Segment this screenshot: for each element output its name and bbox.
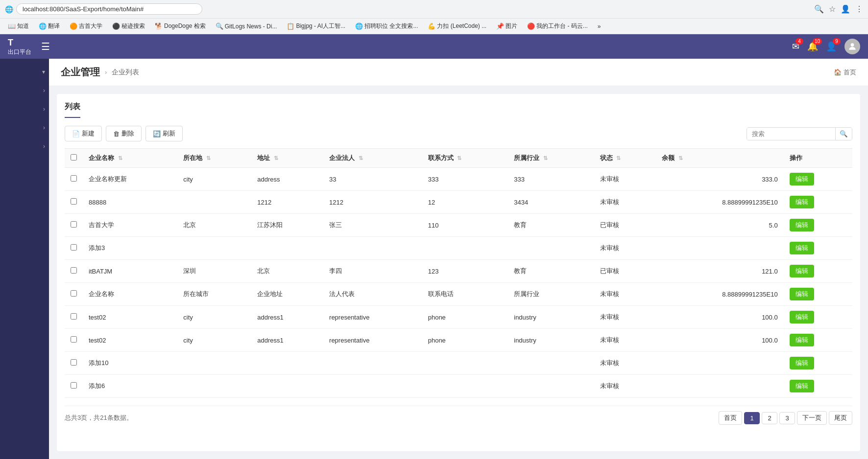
bookmark-label: DogeDoge 检索 bbox=[164, 22, 206, 30]
bookmark-doge[interactable]: 🐕 DogeDoge 检索 bbox=[152, 21, 209, 31]
table-header-row: 企业名称 ⇅ 所在地 ⇅ 地址 ⇅ bbox=[65, 149, 852, 168]
cell-city: 北京 bbox=[177, 214, 251, 237]
sort-icon[interactable]: ⇅ bbox=[359, 155, 363, 161]
delete-button[interactable]: 🗑 删除 bbox=[106, 126, 142, 141]
row-checkbox[interactable] bbox=[71, 313, 77, 320]
edit-button[interactable]: 编辑 bbox=[790, 311, 814, 323]
sidebar-item-2[interactable]: › bbox=[0, 81, 49, 100]
sort-icon[interactable]: ⇅ bbox=[616, 155, 621, 161]
bookmark-recruit[interactable]: 🌐 招聘职位 全文搜索... bbox=[352, 21, 421, 31]
page-2-button[interactable]: 2 bbox=[762, 412, 777, 424]
next-page-button[interactable]: 下一页 bbox=[797, 411, 827, 425]
cell-balance: 121.0 bbox=[656, 260, 784, 283]
bookmark-gitee[interactable]: 🔴 我的工作台 - 码云... bbox=[524, 21, 591, 31]
new-label: 新建 bbox=[82, 129, 95, 138]
bookmark-leetcode[interactable]: 💪 力扣 (LeetCode) ... bbox=[425, 21, 489, 31]
bookmark-more[interactable]: » bbox=[595, 22, 604, 31]
cell-city: 深圳 bbox=[177, 260, 251, 283]
cell-legal: 33 bbox=[323, 168, 422, 191]
bookmark-zhidao[interactable]: 📖 知道 bbox=[5, 21, 32, 31]
cell-legal: 张三 bbox=[323, 214, 422, 237]
chevron-right-icon: › bbox=[43, 87, 45, 94]
row-checkbox[interactable] bbox=[71, 175, 77, 182]
browser-icons: 🔍 ☆ 👤 ⋮ bbox=[814, 4, 863, 14]
sidebar-item-4[interactable]: › bbox=[0, 118, 49, 137]
bookmark-miji[interactable]: ⚫ 秘迹搜索 bbox=[109, 21, 148, 31]
url-text: localhost:8080/SaaS-Export/home/toMain# bbox=[23, 5, 144, 13]
mail-badge: 4 bbox=[796, 38, 803, 45]
search-button[interactable]: 🔍 bbox=[835, 128, 852, 140]
bookmark-bigjpg[interactable]: 📋 Bigjpg - AI人工智... bbox=[284, 21, 348, 31]
cell-legal: 法人代表 bbox=[323, 283, 422, 306]
hamburger-icon[interactable]: ☰ bbox=[41, 41, 50, 52]
edit-button[interactable]: 编辑 bbox=[790, 380, 814, 392]
menu-icon[interactable]: ⋮ bbox=[855, 4, 863, 14]
sort-icon[interactable]: ⇅ bbox=[678, 155, 683, 161]
panel-title: 列表 bbox=[65, 102, 80, 118]
search-input[interactable] bbox=[747, 128, 835, 140]
edit-button[interactable]: 编辑 bbox=[790, 288, 814, 300]
row-checkbox[interactable] bbox=[71, 267, 77, 274]
new-button[interactable]: 📄 新建 bbox=[65, 126, 102, 141]
cell-action: 编辑 bbox=[784, 260, 852, 283]
sort-icon[interactable]: ⇅ bbox=[118, 155, 122, 161]
toolbar-left: 📄 新建 🗑 删除 🔄 刷新 bbox=[65, 126, 183, 141]
last-page-button[interactable]: 尾页 bbox=[829, 411, 852, 425]
mail-button[interactable]: ✉ 4 bbox=[792, 41, 799, 52]
row-checkbox[interactable] bbox=[71, 198, 77, 205]
select-all-checkbox[interactable] bbox=[71, 154, 77, 161]
table-row: 企业名称 所在城市 企业地址 法人代表 联系电话 所属行业 未审核 8.8889… bbox=[65, 283, 852, 306]
sort-icon[interactable]: ⇅ bbox=[457, 155, 461, 161]
row-checkbox[interactable] bbox=[71, 336, 77, 343]
cell-name: 吉首大学 bbox=[83, 214, 177, 237]
sort-icon[interactable]: ⇅ bbox=[543, 155, 548, 161]
col-header-city: 所在地 ⇅ bbox=[177, 149, 251, 168]
svg-point-0 bbox=[851, 43, 854, 46]
home-link[interactable]: 🏠 首页 bbox=[834, 68, 856, 77]
user-button[interactable]: 👤 9 bbox=[826, 41, 837, 52]
refresh-button[interactable]: 🔄 刷新 bbox=[145, 126, 183, 141]
page-1-button[interactable]: 1 bbox=[744, 412, 760, 424]
cell-city bbox=[177, 191, 251, 214]
first-page-button[interactable]: 首页 bbox=[719, 411, 742, 425]
url-bar[interactable]: localhost:8080/SaaS-Export/home/toMain# bbox=[16, 3, 202, 15]
sort-icon[interactable]: ⇅ bbox=[274, 155, 278, 161]
edit-button[interactable]: 编辑 bbox=[790, 357, 814, 369]
sidebar-item-1[interactable]: ▾ bbox=[0, 63, 49, 81]
chevron-right-icon: › bbox=[43, 143, 45, 150]
page-3-button[interactable]: 3 bbox=[779, 412, 795, 424]
bookmark-translate[interactable]: 🌐 翻译 bbox=[36, 21, 63, 31]
edit-button[interactable]: 编辑 bbox=[790, 219, 814, 231]
row-checkbox[interactable] bbox=[71, 244, 77, 251]
bookmark-label: 图片 bbox=[506, 22, 517, 30]
cell-name: 企业名称 bbox=[83, 283, 177, 306]
edit-button[interactable]: 编辑 bbox=[790, 334, 814, 346]
table-row: 添加3 未审核 编辑 bbox=[65, 237, 852, 260]
sidebar-item-5[interactable]: › bbox=[0, 137, 49, 156]
row-checkbox[interactable] bbox=[71, 221, 77, 228]
bookmark-jishou[interactable]: 🟠 吉首大学 bbox=[67, 21, 105, 31]
sort-icon[interactable]: ⇅ bbox=[206, 155, 211, 161]
account-icon[interactable]: 👤 bbox=[841, 4, 850, 14]
edit-button[interactable]: 编辑 bbox=[790, 265, 814, 277]
edit-button[interactable]: 编辑 bbox=[790, 173, 814, 185]
cell-contact: 123 bbox=[422, 260, 508, 283]
row-checkbox[interactable] bbox=[71, 382, 77, 389]
cell-name: 88888 bbox=[83, 191, 177, 214]
row-checkbox[interactable] bbox=[71, 359, 77, 366]
search-icon[interactable]: 🔍 bbox=[814, 4, 824, 14]
bookmark-gitlogs[interactable]: 🔍 GitLogs News - Di... bbox=[213, 22, 280, 31]
notification-button[interactable]: 🔔 10 bbox=[807, 41, 818, 52]
cell-action: 编辑 bbox=[784, 214, 852, 237]
avatar[interactable] bbox=[844, 39, 860, 54]
star-icon[interactable]: ☆ bbox=[829, 4, 836, 14]
row-checkbox[interactable] bbox=[71, 290, 77, 297]
bookmark-images[interactable]: 📌 图片 bbox=[493, 21, 520, 31]
sidebar-item-3[interactable]: › bbox=[0, 100, 49, 118]
row-checkbox-cell bbox=[65, 283, 83, 306]
toolbar: 📄 新建 🗑 删除 🔄 刷新 bbox=[65, 126, 852, 141]
edit-button[interactable]: 编辑 bbox=[790, 196, 814, 208]
row-checkbox-cell bbox=[65, 260, 83, 283]
search-icon: 🔍 bbox=[840, 130, 848, 138]
edit-button[interactable]: 编辑 bbox=[790, 242, 814, 254]
